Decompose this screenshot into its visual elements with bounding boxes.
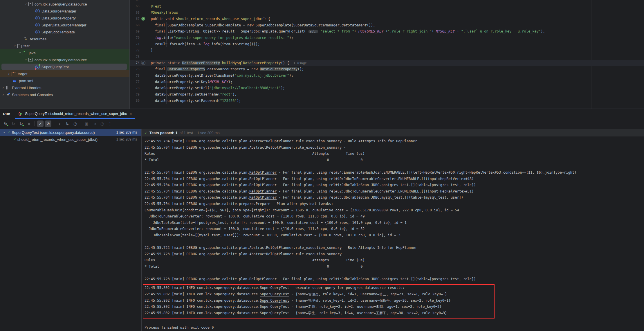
editor-line[interactable]: 68 final SuperJdbcTemplate SuperJdbcTemp… — [130, 22, 644, 28]
chevron-right-icon[interactable]: › — [1, 93, 5, 97]
console-class-link[interactable]: SuperQueryTest — [260, 311, 289, 315]
editor-line[interactable]: 75 final DataSourceProperty dataSourcePr… — [130, 66, 644, 73]
console-text: Rules Attempts Time (us) — [145, 152, 365, 156]
import-test-results-button[interactable]: ⇥ — [91, 120, 98, 127]
tree-item[interactable]: ›target — [0, 70, 129, 77]
tree-item[interactable]: CSuperQueryTest — [0, 63, 129, 70]
chevron-down-icon[interactable]: › — [13, 44, 17, 48]
tree-item[interactable]: ›≡Scratches and Consoles — [0, 91, 129, 98]
code-text: } — [147, 48, 153, 52]
tree-item[interactable]: ›com.ldx.superquery.datasource — [0, 1, 129, 8]
console-output[interactable]: 22:45:55.704 [main] DEBUG org.apache.cal… — [142, 136, 644, 331]
navigate-with-single-click-button[interactable]: ↳ — [64, 120, 71, 127]
editor-line[interactable]: 66 @SneakyThrows — [130, 9, 644, 16]
run-test-gutter-icon[interactable]: ✓ — [141, 17, 145, 21]
console-class-link[interactable]: RelOptPlanner — [249, 177, 277, 181]
show-ignored-toggle[interactable]: ⊘ — [45, 120, 51, 127]
console-line: 22:45:55.704 [main] DEBUG org.apache.cal… — [145, 170, 644, 177]
console-class-link[interactable]: SuperQueryTest — [260, 286, 289, 290]
line-number: 68 — [130, 23, 140, 27]
test-name-label: SuperQueryTest (com.ldx.superquery.datas… — [12, 130, 95, 135]
line-number: 70 — [130, 36, 140, 39]
tree-item-label: DataSourceManager — [42, 9, 76, 13]
console-class-link[interactable]: RelOptPlanner — [249, 277, 277, 281]
editor-line[interactable]: 71 result.forEach(item -> log.info(item.… — [130, 41, 644, 47]
editor-line[interactable]: 80 dataSourceProperty.setPassword("12345… — [130, 98, 644, 104]
console-class-link[interactable]: RelOptPlanner — [249, 195, 277, 199]
console-class-link[interactable]: SuperQueryTest — [260, 298, 289, 303]
console-class-link[interactable]: RelOptPlanner — [249, 183, 277, 187]
code-text: result.forEach(item -> log.info(item.toS… — [147, 42, 260, 46]
stop-button[interactable]: ■ — [26, 120, 32, 127]
tests-passed-count: Tests passed: 1 — [149, 131, 178, 135]
console-class-link[interactable]: SuperQueryTest — [260, 305, 289, 309]
console-text: 22:45:55.704 [main] DEBUG org.apache.cal… — [145, 139, 417, 143]
project-tree-panel[interactable]: ›com.ldx.superquery.datasourceCDataSourc… — [0, 0, 130, 109]
chevron-right-icon[interactable]: › — [7, 72, 11, 76]
code-editor[interactable]: 6465 @Test66 @SneakyThrows67✓ public voi… — [130, 0, 644, 109]
run-tab[interactable]: SuperQueryTest.should_return_records_whe… — [15, 109, 135, 119]
console-line: 22:45:55.704 [main] DEBUG org.apache.cal… — [145, 139, 644, 145]
console-line: Process finished with exit code 0 — [145, 325, 644, 331]
editor-line[interactable]: 72 } — [130, 47, 644, 54]
editor-line[interactable]: 78 dataSourceProperty.setUrl("jdbc:mysql… — [130, 85, 644, 91]
editor-line[interactable]: 76 dataSourceProperty.setDriverClassName… — [130, 72, 644, 79]
capture-memory-snapshot-button[interactable]: ▣ — [83, 120, 90, 127]
console-class-link[interactable]: RelOptPlanner — [249, 189, 277, 193]
more-options-button[interactable]: ⋮ — [107, 120, 113, 127]
console-text: Process finished with exit code 0 — [145, 325, 214, 330]
console-text: 22:45:55.723 [main] DEBUG org.apache.cal… — [145, 277, 249, 281]
console-class-link[interactable]: RelOptPlanner — [249, 170, 277, 175]
test-folder-icon — [22, 51, 27, 55]
tree-item-label: SuperQueryTest — [42, 65, 69, 69]
tree-item[interactable]: ›com.ldx.superquery.datasource — [0, 56, 129, 63]
rerun-tests-button[interactable]: ↻▶ — [2, 120, 9, 127]
test-result-row[interactable]: ›✓SuperQueryTest (com.ldx.superquery.dat… — [0, 129, 141, 136]
chevron-down-icon[interactable]: › — [24, 2, 28, 6]
chevron-down-icon[interactable]: › — [2, 130, 6, 134]
console-text: 22:45:55.802 [main] INFO com.ldx.superqu… — [145, 298, 260, 303]
editor-line[interactable]: 65 @Test — [130, 3, 644, 10]
tree-item[interactable]: CDataSourceProperty — [0, 15, 129, 21]
editor-line[interactable]: 74@ private static DataSourceProperty bu… — [130, 60, 644, 66]
package-icon — [28, 2, 33, 6]
sort-by-duration-button[interactable]: ◷ — [72, 120, 78, 127]
close-tab-icon[interactable]: × — [129, 112, 132, 116]
editor-line[interactable]: 79 dataSourceProperty.setUsername("root"… — [130, 91, 644, 98]
tree-item[interactable]: mpom.xml — [0, 77, 129, 84]
chevron-down-icon[interactable]: › — [24, 58, 28, 62]
editor-line[interactable]: 77 dataSourceProperty.setKey(MYSQL_KEY); — [130, 79, 644, 85]
rerun-failed-tests-button[interactable]: ↻ — [10, 120, 17, 127]
tree-item[interactable]: ›External Libraries — [0, 84, 129, 91]
console-text: 22:45:55.704 [main] DEBUG org.apache.cal… — [145, 170, 249, 175]
tree-item[interactable]: ›java — [0, 49, 129, 56]
test-results-tree[interactable]: ›✓SuperQueryTest (com.ldx.superquery.dat… — [0, 129, 141, 331]
tree-item[interactable]: CDataSourceManager — [0, 8, 129, 15]
test-class-icon: C — [35, 64, 40, 69]
console-text: 22:45:55.704 [main] DEBUG org.apache.cal… — [145, 145, 346, 150]
show-passed-toggle[interactable]: ✓ — [37, 120, 44, 127]
console-line: JdbcTableScan(table=[[mysql_test, user]]… — [145, 233, 644, 240]
console-class-link[interactable]: Prepare — [256, 202, 270, 206]
run-with-coverage-button[interactable]: ↻▶ — [18, 120, 24, 127]
tree-item[interactable]: CSuperDataSourceManager — [0, 21, 129, 28]
profiler-button[interactable]: ◴ — [99, 120, 105, 127]
chevron-down-icon[interactable]: › — [18, 51, 22, 55]
tests-passed-detail: of 1 test – 1 sec 209 ms — [180, 131, 220, 135]
code-text: dataSourceProperty.setUrl("jdbc:mysql://… — [147, 86, 285, 90]
console-text: JdbcToEnumerableConverter: rowcount = 10… — [145, 214, 365, 218]
sort-alphabetically-button[interactable]: ↓ — [56, 120, 63, 127]
tree-item[interactable]: CSuperJdbcTemplate — [0, 28, 129, 35]
tree-item[interactable]: resources — [0, 35, 129, 42]
editor-line[interactable]: 67✓ public void should_return_records_wh… — [130, 16, 644, 22]
editor-line[interactable]: 69 final List<Map<String, Object>> resul… — [130, 28, 644, 35]
console-text: - {name=老师, role_key=2, id=2, username=李… — [289, 305, 442, 309]
editor-line[interactable]: 64 — [130, 0, 644, 3]
editor-line[interactable]: 70 log.info("execute super query for pos… — [130, 35, 644, 41]
editor-line[interactable]: 73 — [130, 53, 644, 60]
chevron-right-icon[interactable]: › — [1, 86, 5, 90]
test-duration: 1 sec 209 ms — [116, 130, 137, 134]
tree-item[interactable]: ›test — [0, 42, 129, 49]
test-result-row[interactable]: ✓should_return_records_when_use_super_jd… — [0, 136, 141, 143]
console-class-link[interactable]: SuperQueryTest — [260, 292, 289, 296]
